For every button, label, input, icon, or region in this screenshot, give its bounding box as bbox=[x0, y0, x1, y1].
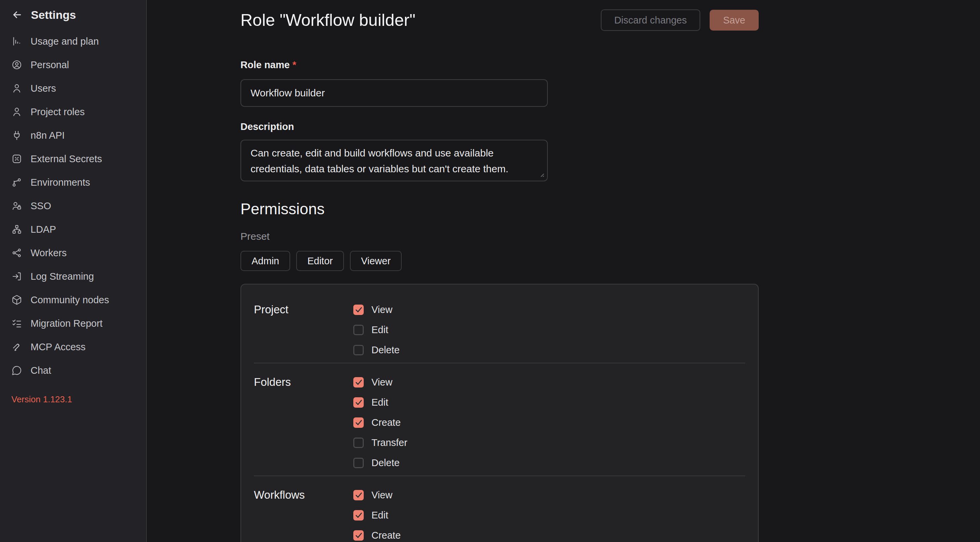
permission-group-folders: FoldersViewEditCreateTransferDelete bbox=[254, 372, 745, 473]
checkbox-project-edit[interactable] bbox=[353, 325, 364, 335]
checkbox-project-delete[interactable] bbox=[353, 345, 364, 355]
permission-row-folders-delete: Delete bbox=[353, 453, 745, 473]
permission-row-project-view: View bbox=[353, 300, 745, 320]
circle-user-icon bbox=[11, 59, 22, 70]
check-icon bbox=[354, 511, 363, 520]
group-divider bbox=[254, 475, 745, 476]
sidebar-item-migration-report[interactable]: Migration Report bbox=[0, 312, 146, 335]
sidebar-item-label: SSO bbox=[30, 200, 51, 211]
package-icon bbox=[11, 294, 22, 305]
permission-row-workflows-edit: Edit bbox=[353, 505, 745, 525]
sidebar-item-label: Users bbox=[30, 83, 56, 94]
preset-buttons: AdminEditorViewer bbox=[240, 251, 759, 271]
permission-row-workflows-create: Create bbox=[353, 525, 745, 542]
permission-label: Edit bbox=[371, 510, 388, 521]
sidebar-item-community-nodes[interactable]: Community nodes bbox=[0, 288, 146, 312]
preset-editor-button[interactable]: Editor bbox=[296, 251, 344, 271]
permissions-panel: ProjectViewEditDeleteFoldersViewEditCrea… bbox=[240, 284, 759, 542]
chart-bar-icon bbox=[11, 36, 22, 47]
sidebar-item-ldap[interactable]: LDAP bbox=[0, 218, 146, 241]
permission-group-workflows: WorkflowsViewEditCreate bbox=[254, 485, 745, 542]
sidebar-item-personal[interactable]: Personal bbox=[0, 53, 146, 76]
sidebar-item-label: Usage and plan bbox=[30, 36, 99, 47]
description-label: Description bbox=[240, 121, 759, 132]
checkbox-workflows-create[interactable] bbox=[353, 530, 364, 540]
permission-label: Edit bbox=[371, 324, 388, 335]
checkbox-folders-delete[interactable] bbox=[353, 458, 364, 468]
sidebar-item-users[interactable]: Users bbox=[0, 76, 146, 100]
permission-row-project-edit: Edit bbox=[353, 320, 745, 340]
vault-icon bbox=[11, 153, 22, 164]
permission-label: Transfer bbox=[371, 437, 407, 448]
check-icon bbox=[354, 305, 363, 314]
sidebar-item-sso[interactable]: SSO bbox=[0, 194, 146, 218]
sidebar-nav: Usage and planPersonalUsersProject roles… bbox=[0, 30, 146, 382]
permission-row-folders-edit: Edit bbox=[353, 392, 745, 412]
sidebar-item-label: LDAP bbox=[30, 224, 56, 235]
sidebar-item-label: Workers bbox=[30, 248, 67, 259]
checkbox-folders-transfer[interactable] bbox=[353, 437, 364, 448]
back-arrow-icon[interactable] bbox=[11, 9, 23, 21]
group-divider bbox=[254, 363, 745, 363]
permission-row-project-delete: Delete bbox=[353, 340, 745, 360]
check-icon bbox=[354, 418, 363, 427]
sidebar-header: Settings bbox=[0, 7, 146, 23]
sidebar-item-label: Project roles bbox=[30, 106, 84, 118]
log-in-icon bbox=[11, 271, 22, 282]
permission-label: Create bbox=[371, 530, 401, 541]
user-icon bbox=[11, 106, 22, 117]
sidebar-item-log-streaming[interactable]: Log Streaming bbox=[0, 265, 146, 288]
user-icon bbox=[11, 83, 22, 94]
checkbox-workflows-view[interactable] bbox=[353, 490, 364, 501]
save-button[interactable]: Save bbox=[710, 10, 759, 30]
sidebar-item-label: Chat bbox=[30, 365, 51, 376]
checkbox-folders-view[interactable] bbox=[353, 377, 364, 388]
permission-group-project: ProjectViewEditDelete bbox=[254, 300, 745, 360]
sidebar-item-environments[interactable]: Environments bbox=[0, 171, 146, 194]
permission-row-workflows-view: View bbox=[353, 485, 745, 505]
version-label[interactable]: Version 1.123.1 bbox=[11, 394, 135, 404]
preset-viewer-button[interactable]: Viewer bbox=[350, 251, 402, 271]
sidebar-item-label: n8n API bbox=[30, 130, 65, 141]
sidebar-item-n8n-api[interactable]: n8n API bbox=[0, 124, 146, 147]
checkbox-project-view[interactable] bbox=[353, 305, 364, 315]
checkbox-folders-create[interactable] bbox=[353, 417, 364, 428]
permission-label: Delete bbox=[371, 345, 400, 356]
sidebar-item-label: Community nodes bbox=[30, 294, 109, 305]
sidebar-item-label: Personal bbox=[30, 59, 69, 70]
check-icon bbox=[354, 491, 363, 499]
description-textarea[interactable]: Can create, edit and build workflows and… bbox=[240, 140, 548, 181]
list-checks-icon bbox=[11, 318, 22, 329]
sidebar-item-external-secrets[interactable]: External Secrets bbox=[0, 147, 146, 171]
permission-row-folders-transfer: Transfer bbox=[353, 432, 745, 453]
sidebar: Settings Usage and planPersonalUsersProj… bbox=[0, 0, 147, 542]
resize-handle-icon[interactable] bbox=[538, 171, 545, 178]
preset-admin-button[interactable]: Admin bbox=[240, 251, 290, 271]
sidebar-item-label: Log Streaming bbox=[30, 271, 94, 282]
page-header: Role "Workflow builder" Discard changes … bbox=[240, 8, 759, 32]
sidebar-item-project-roles[interactable]: Project roles bbox=[0, 100, 146, 124]
check-icon bbox=[354, 531, 363, 540]
role-name-input[interactable] bbox=[240, 79, 548, 107]
permission-group-title: Project bbox=[254, 302, 353, 360]
page-title: Role "Workflow builder" bbox=[240, 10, 415, 30]
sidebar-item-workers[interactable]: Workers bbox=[0, 241, 146, 265]
sidebar-item-usage-and-plan[interactable]: Usage and plan bbox=[0, 30, 146, 53]
permission-group-title: Folders bbox=[254, 375, 353, 473]
discard-changes-button[interactable]: Discard changes bbox=[601, 10, 700, 31]
plug-icon bbox=[11, 130, 22, 141]
sidebar-item-mcp-access[interactable]: MCP Access bbox=[0, 335, 146, 359]
share-nodes-icon bbox=[11, 248, 22, 258]
permission-label: View bbox=[371, 304, 392, 315]
checkbox-folders-edit[interactable] bbox=[353, 397, 364, 408]
description-field: Can create, edit and build workflows and… bbox=[240, 140, 548, 181]
header-actions: Discard changes Save bbox=[601, 10, 759, 31]
permission-label: View bbox=[371, 490, 392, 501]
permission-rows: ViewEditCreateTransferDelete bbox=[353, 372, 745, 473]
sidebar-item-label: Migration Report bbox=[30, 318, 102, 329]
permissions-heading: Permissions bbox=[240, 200, 759, 218]
sidebar-item-chat[interactable]: Chat bbox=[0, 359, 146, 382]
check-icon bbox=[354, 398, 363, 407]
checkbox-workflows-edit[interactable] bbox=[353, 510, 364, 520]
permission-row-folders-create: Create bbox=[353, 412, 745, 432]
